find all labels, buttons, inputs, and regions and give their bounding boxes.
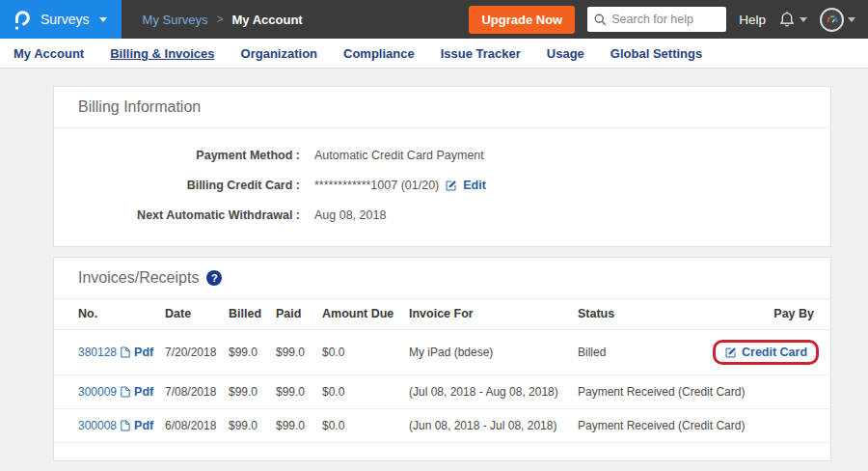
field-label: Payment Method : [54,149,300,162]
table-row: 380128 Pdf 7/20/2018 $99.0 $99 [54,330,830,375]
topbar: Surveys My Surveys > My Account Upgrade … [0,0,868,39]
upgrade-now-button[interactable]: Upgrade Now [469,6,575,34]
col-pay-by: Pay By [713,299,830,330]
card-bottom-padding [54,443,830,460]
field-label: Next Automatic Withdrawal : [54,208,300,222]
edit-pencil-icon [724,346,737,359]
invoice-number-link[interactable]: 300008 [78,419,117,432]
avatar [820,8,844,32]
pay-by-credit-card-link[interactable]: Credit Card [724,346,807,359]
pdf-link[interactable]: Pdf [134,419,153,432]
breadcrumb-separator: > [216,13,223,26]
invoice-amount-due: $0.0 [322,409,409,443]
chevron-down-icon [800,17,807,22]
edit-card-link[interactable]: Edit [463,179,486,192]
invoice-number-link[interactable]: 300009 [78,385,117,399]
invoice-amount-due: $0.0 [322,375,409,409]
page-content: Billing Information Payment Method : Aut… [0,69,868,461]
pdf-file-icon [121,346,130,358]
field-value: ************1007 (01/20) Edit [314,179,486,192]
search-input[interactable] [611,13,719,26]
invoice-billed: $99.0 [229,409,276,443]
search-icon [594,14,607,26]
invoice-billed: $99.0 [229,330,276,375]
tab-usage[interactable]: Usage [547,46,584,61]
tab-issue-tracker[interactable]: Issue Tracker [441,46,521,61]
breadcrumb-my-surveys[interactable]: My Surveys [143,13,208,27]
product-label: Surveys [41,12,90,27]
invoice-pay-by: Credit Card [713,330,830,375]
invoice-paid: $99.0 [276,409,322,443]
pdf-link[interactable]: Pdf [134,385,153,399]
tab-compliance[interactable]: Compliance [343,46,415,61]
tab-billing-invoices[interactable]: Billing & Invoices [110,46,214,61]
invoice-status: Billed [578,330,713,375]
col-amount-due: Amount Due [322,299,409,330]
col-date: Date [165,299,229,330]
pdf-file-icon [121,420,130,431]
billing-information-header: Billing Information [54,87,830,128]
invoice-billed: $99.0 [229,375,276,409]
invoice-for: (Jul 08, 2018 - Aug 08, 2018) [409,375,578,409]
table-row: 300009 Pdf 7/08/2018 $99.0 $99 [54,375,830,409]
topbar-right: Upgrade Now Help [469,6,868,34]
pay-by-label[interactable]: Credit Card [742,346,807,359]
invoice-paid: $99.0 [276,330,322,375]
invoice-number-link[interactable]: 380128 [78,346,117,359]
field-value: Automatic Credit Card Payment [314,149,484,162]
tab-my-account[interactable]: My Account [14,46,84,61]
invoices-table: No. Date Billed Paid Amount Due Invoice … [54,299,830,443]
help-link[interactable]: Help [739,13,766,27]
product-switcher[interactable]: Surveys [0,0,122,39]
invoice-for: My iPad (bdese) [409,330,578,375]
help-search[interactable] [587,7,726,32]
field-value: Aug 08, 2018 [314,208,386,222]
invoice-for: (Jun 08, 2018 - Jul 08, 2018) [409,409,578,443]
tab-organization[interactable]: Organization [241,46,317,61]
invoice-paid: $99.0 [276,375,322,409]
invoices-receipts-card: Invoices/Receipts ? No. Date Billed Paid… [53,257,831,461]
col-paid: Paid [276,299,322,330]
tab-global-settings[interactable]: Global Settings [610,46,702,61]
invoices-receipts-header: Invoices/Receipts ? [54,258,830,299]
chevron-down-icon [99,17,107,22]
notifications-menu[interactable] [778,11,807,29]
next-withdrawal-row: Next Automatic Withdrawal : Aug 08, 2018 [54,201,830,231]
edit-pencil-icon[interactable] [445,180,457,192]
invoice-status: Payment Received (Credit Card) [578,375,713,409]
invoice-date: 7/20/2018 [165,330,229,375]
help-question-icon[interactable]: ? [206,270,222,286]
billing-fields: Payment Method : Automatic Credit Card P… [54,128,830,246]
invoice-amount-due: $0.0 [322,330,409,375]
highlight-annotation: Credit Card [713,340,819,365]
billing-credit-card-row: Billing Credit Card : ************1007 (… [54,171,830,201]
col-billed: Billed [229,299,276,330]
breadcrumb-current: My Account [232,13,303,27]
field-label: Billing Credit Card : [54,179,300,192]
payment-method-row: Payment Method : Automatic Credit Card P… [54,141,830,171]
invoice-date: 6/08/2018 [165,409,229,443]
breadcrumb: My Surveys > My Account [143,13,303,27]
questionpro-logo-icon [11,8,31,31]
chevron-down-icon [848,17,855,22]
pdf-file-icon [121,386,130,398]
card-title: Billing Information [78,98,201,116]
table-header-row: No. Date Billed Paid Amount Due Invoice … [54,299,830,330]
account-menu[interactable] [820,8,855,32]
col-status: Status [578,299,713,330]
col-no: No. [54,299,165,330]
col-invoice-for: Invoice For [409,299,578,330]
bell-icon [778,11,796,29]
pdf-link[interactable]: Pdf [134,346,153,359]
card-number-masked: ************1007 (01/20) [314,179,439,192]
invoice-date: 7/08/2018 [165,375,229,409]
card-title: Invoices/Receipts [78,269,199,287]
billing-information-card: Billing Information Payment Method : Aut… [53,86,831,247]
table-row: 300008 Pdf 6/08/2018 $99.0 $99 [54,409,830,443]
invoice-status: Payment Received (Credit Card) [578,409,713,443]
account-nav: My Account Billing & Invoices Organizati… [0,39,868,69]
